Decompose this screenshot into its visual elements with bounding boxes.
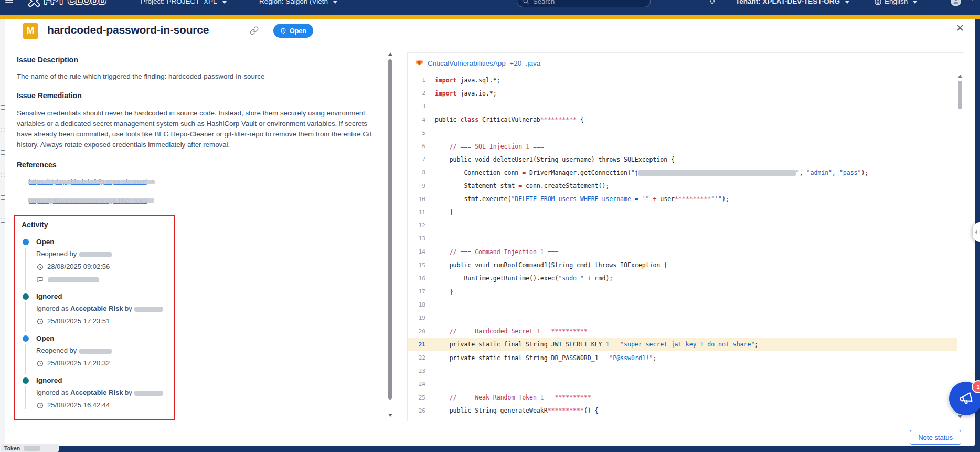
chevron-left-icon — [975, 230, 977, 234]
search-icon — [523, 0, 529, 5]
code-line: 4public class CriticalVulnerab**********… — [408, 113, 957, 127]
activity-status: Ignored — [36, 291, 168, 302]
remediation-heading: Issue Remediation — [17, 91, 82, 100]
scrollbar-vertical[interactable] — [387, 52, 393, 417]
activity-meta: Ignored as Acceptable Risk by — [36, 386, 168, 399]
text-segment: 1 — [540, 394, 544, 401]
activity-meta: 25/08/2025 17:20:32 — [36, 357, 168, 370]
tenant-selector[interactable]: Tenant: XPLAT-DEV-TEST-ORG — [736, 0, 849, 7]
search-input[interactable]: Search — [517, 0, 651, 7]
text-segment: Reopened by — [36, 346, 79, 354]
text-segment: import — [435, 77, 457, 84]
reference-item: https://github.com/newren/git-filter-rep… — [29, 196, 147, 204]
status-badge[interactable]: Open — [273, 24, 313, 38]
fpt-logo-text[interactable]: FPT CLOUD — [44, 0, 106, 7]
code-line: 7 public void deleteUser1(String usernam… — [408, 153, 957, 166]
gitlab-icon — [415, 58, 423, 68]
text-segment: // === SQL Injection — [450, 143, 526, 150]
text-segment: "super_secret_jwt_key_1_do_not_share" — [620, 341, 754, 348]
text-segment: DriverManager.getConnection( — [526, 169, 631, 176]
text-segment: " — [796, 169, 800, 176]
text-segment: "DELETE FROM users WHERE username = '" — [511, 195, 649, 203]
screen: FPT CLOUD Project: PROJECT_XPL Region: S… — [0, 0, 980, 452]
reference-link[interactable]: https://github.com/newren/git-filter-rep… — [29, 196, 147, 204]
text-segment: 1 — [537, 328, 540, 335]
announcements-button[interactable]: 1 — [949, 382, 980, 415]
language-selector[interactable]: English — [874, 0, 917, 7]
code-line: 14 // === Command Injection 1 === — [408, 245, 957, 258]
line-number: 11 — [408, 206, 430, 219]
text-segment: by — [123, 388, 134, 396]
activity-meta-text: Reopened by — [36, 344, 112, 357]
scroll-up-icon[interactable] — [388, 52, 392, 56]
code-line: 19 — [408, 311, 957, 324]
project-label: Project: PROJECT_XPL — [141, 0, 217, 7]
scrollbar-vertical[interactable] — [957, 73, 963, 419]
text-segment: java.io.*; — [457, 90, 497, 97]
text-segment: } — [435, 288, 453, 296]
token-label: Token — [4, 445, 20, 451]
region-selector[interactable]: Region: Saigon (Vietn — [259, 0, 337, 7]
redacted-text — [134, 391, 163, 396]
code-line: 13 — [408, 232, 957, 245]
text-segment: public — [435, 116, 460, 123]
text-segment: // === Weak Random Token — [450, 394, 540, 401]
text-segment: class — [460, 116, 478, 123]
project-selector[interactable]: Project: PROJECT_XPL — [141, 0, 227, 7]
region-label: Region: Saigon (Vietn — [259, 0, 328, 7]
chevron-down-icon — [222, 1, 227, 4]
text-segment: ); — [861, 169, 868, 176]
text-segment: Runtime.getRuntime().exec( — [435, 275, 558, 282]
line-number: 20 — [408, 325, 430, 338]
shield-icon — [280, 28, 286, 34]
code-text: // === Weak Random Token 1 ==********** — [430, 394, 591, 401]
code-line: 15 public void runRootCommand1(String cm… — [408, 259, 957, 272]
text-segment: "j — [631, 169, 638, 176]
activity-meta: 25/08/2025 17:23:51 — [36, 315, 168, 328]
text-segment: "'" — [711, 195, 722, 203]
text-segment: Acceptable Risk — [70, 304, 123, 312]
scroll-down-icon[interactable] — [388, 414, 392, 417]
scrollbar-thumb[interactable] — [388, 59, 392, 400]
menu-icon[interactable] — [5, 0, 13, 3]
drawer-handle[interactable] — [973, 222, 980, 242]
status-ignored-dot — [23, 293, 29, 300]
close-icon[interactable]: ✕ — [956, 23, 964, 34]
text-segment: ; — [754, 341, 758, 348]
code-text: Statement stmt = conn.createStatement(); — [430, 182, 609, 190]
status-ignored-dot — [23, 377, 29, 384]
text-segment: "admin" — [807, 169, 832, 176]
megaphone-icon — [958, 391, 974, 406]
text-segment — [435, 328, 450, 335]
sidebar-icon — [1, 105, 5, 110]
scroll-down-icon[interactable] — [958, 415, 962, 418]
scroll-up-icon[interactable] — [958, 75, 962, 78]
text-segment: + — [588, 275, 591, 282]
notifications-button[interactable] — [708, 0, 717, 5]
avatar-menu[interactable] — [965, 0, 975, 1]
text-segment: ********** — [555, 394, 591, 401]
text-segment: () { — [584, 407, 599, 414]
redacted-text — [24, 446, 40, 451]
text-segment: CriticalVulnerab — [478, 116, 540, 123]
redacted-text — [79, 349, 112, 354]
text-segment: "pass" — [839, 169, 861, 176]
file-link[interactable]: CriticalVulnerabilitiesApp_+20_.java — [428, 59, 540, 67]
fpt-logo-icon[interactable] — [28, 0, 40, 9]
scrollbar-thumb[interactable] — [958, 81, 962, 109]
text-segment: Ignored as — [36, 304, 70, 312]
language-label: English — [885, 0, 908, 7]
code-text: private static final String JWT_SECRET_K… — [430, 341, 758, 348]
clock-icon — [36, 360, 44, 367]
avatar[interactable] — [951, 0, 961, 6]
token-menu-partial: Token — [1, 444, 59, 452]
chevron-down-icon — [333, 1, 337, 4]
note-status-button[interactable]: Note status — [910, 430, 961, 445]
bell-icon — [708, 0, 717, 5]
code-text: // === Hardcoded Secret 1 ==********** — [430, 328, 588, 335]
redacted-text — [79, 252, 112, 257]
reference-link[interactable]: https://rtyley.github.io/bfg-repo-cleane… — [29, 177, 147, 185]
text-segment: public void deleteUser1(String username)… — [435, 156, 675, 163]
line-number: 21 — [408, 338, 430, 351]
copy-link-icon[interactable] — [250, 26, 259, 37]
